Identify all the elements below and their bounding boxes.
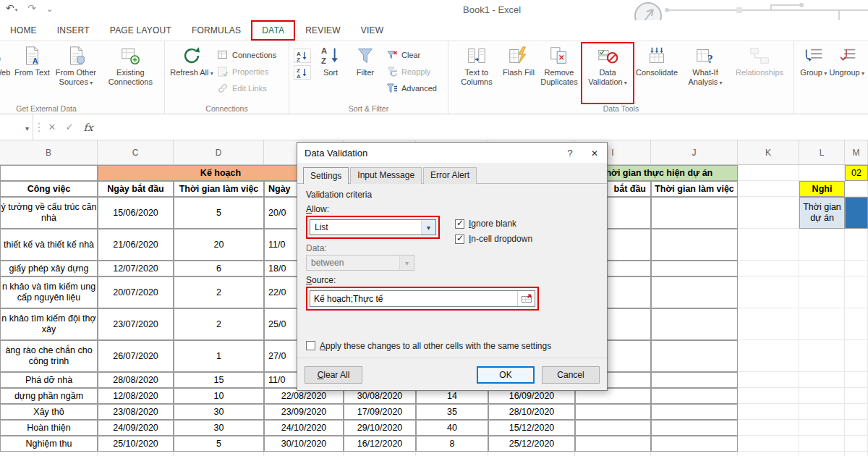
- grid-cell[interactable]: [738, 388, 799, 404]
- cell[interactable]: Thời gian dự án: [799, 197, 845, 229]
- grid-cell[interactable]: [416, 452, 488, 456]
- reapply-button[interactable]: Reapply: [383, 64, 440, 79]
- cell[interactable]: 2: [174, 308, 264, 340]
- grid-cell[interactable]: [799, 372, 845, 388]
- cell[interactable]: Thời gian làm việc: [651, 181, 738, 197]
- ribbon-tab-formulas[interactable]: FORMULAS: [182, 20, 251, 41]
- grid-cell[interactable]: [738, 261, 799, 276]
- grid-cell[interactable]: [738, 452, 799, 456]
- edit-links-button[interactable]: Edit Links: [214, 80, 279, 96]
- sort-descending-button[interactable]: [294, 65, 311, 80]
- properties-button[interactable]: Properties: [214, 64, 279, 79]
- grid-cell[interactable]: [575, 452, 651, 456]
- column-header-J[interactable]: J: [651, 140, 738, 164]
- cell[interactable]: [651, 388, 738, 404]
- refresh-all-button[interactable]: Refresh All: [169, 43, 214, 104]
- grid-cell[interactable]: [738, 308, 799, 340]
- cell[interactable]: [575, 404, 651, 420]
- in-cell-dropdown-checkbox[interactable]: In-cell dropdown: [455, 234, 532, 244]
- dialog-tab-settings[interactable]: Settings: [303, 167, 349, 184]
- text-to-columns-button[interactable]: Text to Columns: [453, 43, 501, 104]
- grid-cell[interactable]: [738, 229, 799, 261]
- cell[interactable]: [651, 404, 738, 420]
- cell[interactable]: [651, 261, 738, 276]
- cell[interactable]: 20: [174, 229, 264, 261]
- grid-cell[interactable]: [738, 165, 799, 181]
- grid-cell[interactable]: [799, 436, 845, 452]
- formula-input[interactable]: [98, 114, 868, 140]
- ribbon-tab-page-layout[interactable]: PAGE LAYOUT: [100, 20, 182, 41]
- grid-cell[interactable]: [845, 372, 868, 388]
- cancel-entry-button[interactable]: [43, 122, 61, 132]
- cell[interactable]: 30/10/2020: [264, 436, 344, 452]
- ribbon-tab-review[interactable]: REVIEW: [295, 20, 351, 41]
- grid-cell[interactable]: [799, 229, 845, 261]
- customize-qat-button[interactable]: [46, 2, 53, 14]
- cell[interactable]: Ngày bắt đầu: [98, 181, 174, 197]
- cell[interactable]: thiết kế và thiết kế nhà: [0, 229, 98, 261]
- sort-button[interactable]: Sort: [314, 43, 347, 104]
- cell[interactable]: [651, 372, 738, 388]
- cell[interactable]: 20/07/2020: [98, 276, 174, 308]
- column-header-C[interactable]: C: [98, 140, 174, 164]
- column-header-D[interactable]: D: [174, 140, 264, 164]
- consolidate-button[interactable]: Consolidate: [634, 43, 680, 104]
- column-header-M[interactable]: M: [845, 140, 868, 164]
- cell[interactable]: [651, 229, 738, 261]
- group-button[interactable]: Group: [799, 43, 828, 104]
- cell[interactable]: 25/12/2020: [488, 436, 575, 452]
- ungroup-button[interactable]: Ungroup: [828, 43, 865, 104]
- connections-button[interactable]: Connections: [214, 47, 279, 62]
- cell[interactable]: 23/08/2020: [98, 404, 174, 420]
- cell[interactable]: 12/08/2020: [98, 388, 174, 404]
- cell[interactable]: dựng phần ngầm: [0, 388, 98, 404]
- grid-cell[interactable]: [738, 181, 799, 197]
- grid-cell[interactable]: [799, 404, 845, 420]
- grid-cell[interactable]: [98, 452, 174, 456]
- name-box[interactable]: [0, 114, 33, 140]
- grid-cell[interactable]: [799, 261, 845, 276]
- cell[interactable]: 21/06/2020: [98, 229, 174, 261]
- grid-cell[interactable]: [845, 276, 868, 308]
- cell[interactable]: 28/08/2020: [98, 372, 174, 388]
- cell[interactable]: 6: [174, 261, 264, 276]
- cell[interactable]: ý tưởng về cấu trúc căn nhà: [0, 197, 98, 229]
- grid-cell[interactable]: [799, 308, 845, 340]
- grid-cell[interactable]: [845, 261, 868, 276]
- cell[interactable]: 25/10/2020: [98, 436, 174, 452]
- grid-cell[interactable]: [845, 388, 868, 404]
- filter-button[interactable]: Filter: [347, 43, 383, 104]
- cell[interactable]: 23/07/2020: [98, 308, 174, 340]
- cell[interactable]: 16/12/2020: [344, 436, 416, 452]
- cell[interactable]: [651, 276, 738, 308]
- column-header-L[interactable]: L: [799, 140, 845, 164]
- dialog-help-button[interactable]: ?: [558, 143, 582, 163]
- cell[interactable]: 10: [174, 388, 264, 404]
- cell[interactable]: [845, 197, 868, 229]
- cell[interactable]: Xây thô: [0, 404, 98, 420]
- from-text-button[interactable]: A From Text: [12, 43, 53, 104]
- grid-cell[interactable]: [799, 420, 845, 436]
- relationships-button[interactable]: Relationships: [731, 43, 788, 104]
- ribbon-tab-data[interactable]: DATA: [251, 20, 295, 41]
- allow-combobox[interactable]: List: [310, 219, 436, 235]
- existing-connections-button[interactable]: Existing Connections: [100, 43, 161, 104]
- sort-ascending-button[interactable]: [294, 48, 311, 63]
- cell[interactable]: [0, 165, 98, 181]
- dialog-close-button[interactable]: [582, 143, 607, 163]
- cell[interactable]: 24/09/2020: [98, 420, 174, 436]
- cell[interactable]: [651, 340, 738, 372]
- apply-settings-checkbox[interactable]: Apply these changes to all other cells w…: [306, 341, 598, 351]
- flash-fill-button[interactable]: Flash Fill: [501, 43, 537, 104]
- cell[interactable]: 15/06/2020: [98, 197, 174, 229]
- cell[interactable]: Phá dỡ nhà: [0, 372, 98, 388]
- cell[interactable]: 26/07/2020: [98, 340, 174, 372]
- grid-cell[interactable]: [738, 340, 799, 372]
- allow-dropdown-icon[interactable]: [421, 220, 435, 235]
- cell[interactable]: 5: [174, 436, 264, 452]
- confirm-entry-button[interactable]: [61, 122, 78, 132]
- cell[interactable]: [575, 420, 651, 436]
- data-validation-button[interactable]: Data Validation: [582, 43, 634, 104]
- cell[interactable]: Thời gian làm việc: [174, 181, 264, 197]
- cell[interactable]: 28/10/2020: [488, 404, 575, 420]
